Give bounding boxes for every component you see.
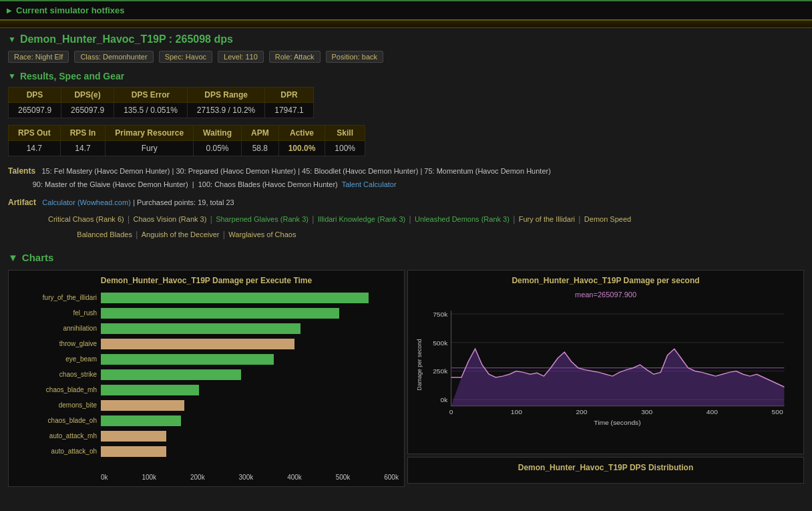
- bar-outer-demonsbite: [101, 400, 399, 411]
- bar-label-chaosblade: chaos_blade_mh: [14, 386, 101, 393]
- char-arrow: ▼: [8, 35, 16, 44]
- bar-outer-annihilation: [101, 323, 399, 334]
- line-chart-svg: 750k 500k 250k 0k Damage per second 0 10…: [413, 301, 798, 428]
- line-chart-box: Demon_Hunter_Havoc_T19P Damage per secon…: [407, 270, 804, 454]
- bar-fill-autooh: [101, 446, 166, 457]
- results-title: ▼ Results, Spec and Gear: [8, 71, 804, 81]
- bar-fill-throwglaive: [101, 339, 294, 349]
- talents-text: 15: Fel Mastery (Havoc Demon Hunter) | 3…: [8, 167, 551, 188]
- power-fury-illidari[interactable]: Fury of the Illidari: [519, 215, 575, 223]
- bar-fill-chaosbladeoh: [101, 415, 181, 426]
- artifact-purchased: Purchased points: 19, total 23: [137, 198, 234, 206]
- bar-label-annihilation: annihilation: [14, 325, 101, 332]
- svg-text:100: 100: [511, 408, 523, 415]
- bar-label-automh: auto_attack_mh: [14, 432, 101, 440]
- bar-outer-chaosbladeoh: [101, 415, 399, 426]
- line-chart-title: Demon_Hunter_Havoc_T19P Damage per secon…: [413, 276, 798, 285]
- col-resource: Primary Resource: [106, 126, 194, 141]
- svg-text:0: 0: [449, 408, 453, 415]
- svg-text:Damage per second: Damage per second: [416, 339, 423, 390]
- svg-text:750k: 750k: [433, 311, 447, 318]
- x-axis-labels: 0k 100k 200k 300k 400k 500k 600k: [14, 474, 399, 481]
- bar-fill-eyebeam: [101, 354, 274, 365]
- bar-fill-annihilation: [101, 323, 300, 334]
- bar-label-eyebeam: eye_beam: [14, 355, 101, 363]
- bar-row-automh: auto_attack_mh: [14, 429, 399, 444]
- charts-title: ▼ Charts: [8, 252, 804, 263]
- power-anguish-deceiver[interactable]: Anguish of the Deceiver: [142, 230, 220, 238]
- rps-table: RPS Out RPS In Primary Resource Waiting …: [8, 125, 365, 156]
- talent-calculator-link[interactable]: Talent Calculator: [340, 180, 397, 188]
- col-dpse: DPS(e): [61, 88, 114, 103]
- line-chart-container: 750k 500k 250k 0k Damage per second 0 10…: [413, 301, 798, 448]
- dist-chart-box: Demon_Hunter_Havoc_T19P DPS Distribution: [407, 457, 804, 484]
- col-dps: DPS: [9, 88, 61, 103]
- bar-outer-autooh: [101, 446, 399, 457]
- svg-text:250k: 250k: [433, 367, 447, 375]
- bar-row-chaosblade: chaos_blade_mh: [14, 383, 399, 397]
- charts-grid: Demon_Hunter_Havoc_T19P Damage per Execu…: [8, 270, 804, 487]
- dps-table: DPS DPS(e) DPS Error DPS Range DPR 26509…: [8, 87, 314, 118]
- mean-label: mean=265097.900: [413, 291, 798, 299]
- power-demon-speed[interactable]: Demon Speed: [584, 215, 631, 223]
- dist-chart-title: Demon_Hunter_Havoc_T19P DPS Distribution: [413, 463, 798, 472]
- artifact-powers: Critical Chaos (Rank 6) | Chaos Vision (…: [8, 212, 804, 242]
- svg-text:Time (seconds): Time (seconds): [594, 419, 640, 426]
- col-dpsrange: DPS Range: [187, 88, 264, 103]
- bar-outer-felrush: [101, 308, 399, 319]
- talents-label: Talents: [8, 166, 35, 176]
- power-unleashed-demons[interactable]: Unleashed Demons (Rank 3): [415, 215, 510, 223]
- val-active: 100.0%: [278, 141, 325, 156]
- val-dpserror: 135.5 / 0.051%: [114, 103, 188, 118]
- bar-row-fury: fury_of_the_illidari: [14, 291, 399, 305]
- bar-row-demonsbite: demons_bite: [14, 398, 399, 413]
- bar-outer-chaosstrike: [101, 369, 399, 380]
- bar-fill-chaosblade: [101, 385, 199, 395]
- bar-label-felrush: fel_rush: [14, 309, 101, 317]
- val-resource: Fury: [106, 141, 194, 156]
- col-dpr: DPR: [265, 88, 313, 103]
- bar-row-throwglaive: throw_glaive: [14, 337, 399, 351]
- hotfix-bar: ▶ Current simulator hotfixes: [0, 0, 812, 20]
- rps-stats: RPS Out RPS In Primary Resource Waiting …: [8, 125, 804, 156]
- col-active: Active: [278, 126, 325, 141]
- rps-row: 14.7 14.7 Fury 0.05% 58.8 100.0% 100%: [9, 141, 365, 156]
- char-info: Race: Night Elf Class: Demonhunter Spec:…: [8, 51, 804, 63]
- svg-text:300: 300: [641, 408, 653, 415]
- svg-text:400: 400: [706, 408, 719, 415]
- bar-outer-automh: [101, 431, 399, 442]
- bar-outer-chaosblade: [101, 385, 399, 395]
- val-apm: 58.8: [241, 141, 278, 156]
- power-illidari-knowledge[interactable]: Illidari Knowledge (Rank 3): [318, 215, 405, 223]
- power-sharpened-glaives[interactable]: Sharpened Glaives (Rank 3): [216, 215, 309, 223]
- bar-chart-title: Demon_Hunter_Havoc_T19P Damage per Execu…: [14, 276, 399, 285]
- bar-fill-fury: [101, 293, 369, 303]
- power-critical-chaos[interactable]: Critical Chaos (Rank 6): [48, 215, 124, 223]
- power-chaos-vision[interactable]: Chaos Vision (Rank 3): [134, 215, 207, 223]
- hotfix-title: Current simulator hotfixes: [16, 5, 125, 15]
- bar-label-chaosbladeoh: chaos_blade_oh: [14, 417, 101, 424]
- race-badge: Race: Night Elf: [8, 51, 69, 63]
- col-waiting: Waiting: [194, 126, 242, 141]
- val-rpsin: 14.7: [60, 141, 106, 156]
- bar-outer-eyebeam: [101, 354, 399, 365]
- val-rpsout: 14.7: [9, 141, 61, 156]
- val-dps: 265097.9: [9, 103, 61, 118]
- bar-chart-box: Demon_Hunter_Havoc_T19P Damage per Execu…: [8, 270, 405, 487]
- separator: [0, 20, 812, 28]
- artifact-row: Artifact Calculator (Wowhead.com) | Purc…: [8, 196, 804, 209]
- bar-fill-automh: [101, 431, 166, 442]
- power-warglaives-chaos[interactable]: Warglaives of Chaos: [228, 230, 296, 238]
- col-apm: APM: [241, 126, 278, 141]
- artifact-calc-link[interactable]: Calculator (Wowhead.com): [42, 198, 130, 206]
- bar-fill-chaosstrike: [101, 369, 241, 380]
- col-skill: Skill: [325, 126, 365, 141]
- val-skill: 100%: [325, 141, 365, 156]
- bar-row-chaosbladeoh: chaos_blade_oh: [14, 413, 399, 428]
- bar-row-autooh: auto_attack_oh: [14, 444, 399, 459]
- bar-row-felrush: fel_rush: [14, 306, 399, 321]
- power-balanced-blades[interactable]: Balanced Blades: [77, 230, 132, 238]
- main-content: ▼ Demon_Hunter_Havoc_T19P : 265098 dps R…: [0, 28, 812, 492]
- bar-fill-demonsbite: [101, 400, 184, 411]
- bar-row-eyebeam: eye_beam: [14, 352, 399, 367]
